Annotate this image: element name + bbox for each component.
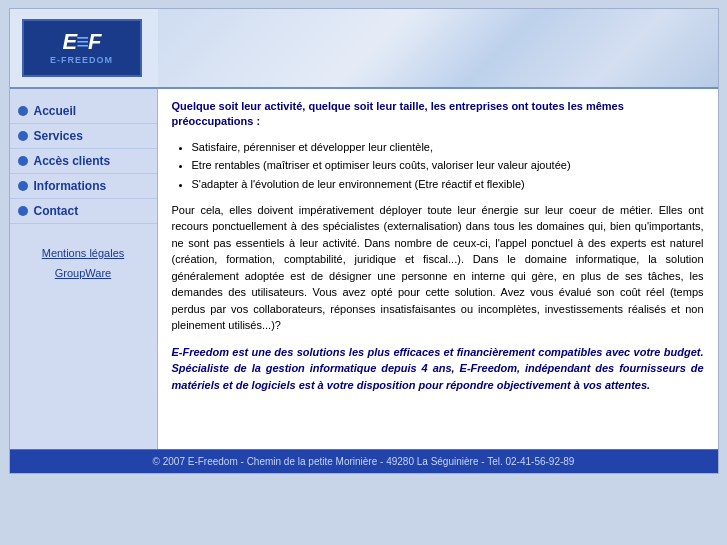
nav-bullet-icon [18,106,28,116]
nav-bullet-icon [18,206,28,216]
header-wave [158,9,718,87]
groupware-link[interactable]: GroupWare [18,264,149,284]
mentions-legales-link[interactable]: Mentions légales [18,244,149,264]
header: E≡F E-FREEDOM [10,9,718,89]
nav-label: Accès clients [34,154,111,168]
main-content: Quelque soit leur activité, quelque soit… [158,89,718,449]
nav-bullet-icon [18,181,28,191]
nav-bullet-icon [18,131,28,141]
nav-label: Accueil [34,104,77,118]
nav-label: Informations [34,179,107,193]
nav-label: Services [34,129,83,143]
logo-name: E-FREEDOM [50,55,113,65]
logo-box: E≡F E-FREEDOM [22,19,142,77]
main-container: E≡F E-FREEDOM Accueil Services Accès [9,8,719,474]
logo-ef: E≡F [63,31,101,53]
footer-text: © 2007 E-Freedom - Chemin de la petite M… [153,456,575,467]
sidebar-item-contact[interactable]: Contact [10,199,157,224]
bullet-item: S'adapter à l'évolution de leur environn… [192,177,704,192]
sidebar-item-acces-clients[interactable]: Accès clients [10,149,157,174]
outer-wrapper: E≡F E-FREEDOM Accueil Services Accès [9,8,719,474]
sidebar-item-services[interactable]: Services [10,124,157,149]
headline: Quelque soit leur activité, quelque soit… [172,99,704,130]
nav-bullet-icon [18,156,28,166]
highlight-paragraph: E-Freedom est une des solutions les plus… [172,344,704,394]
bullet-list: Satisfaire, pérenniser et développer leu… [192,140,704,192]
sidebar-item-accueil[interactable]: Accueil [10,99,157,124]
bullet-item: Etre rentables (maîtriser et optimiser l… [192,158,704,173]
content-area: Accueil Services Accès clients Informati… [10,89,718,449]
sidebar-footer: Mentions légales GroupWare [10,224,157,294]
body-paragraph-1: Pour cela, elles doivent impérativement … [172,202,704,334]
footer: © 2007 E-Freedom - Chemin de la petite M… [10,449,718,473]
nav-label: Contact [34,204,79,218]
sidebar-item-informations[interactable]: Informations [10,174,157,199]
sidebar: Accueil Services Accès clients Informati… [10,89,158,449]
bullet-item: Satisfaire, pérenniser et développer leu… [192,140,704,155]
